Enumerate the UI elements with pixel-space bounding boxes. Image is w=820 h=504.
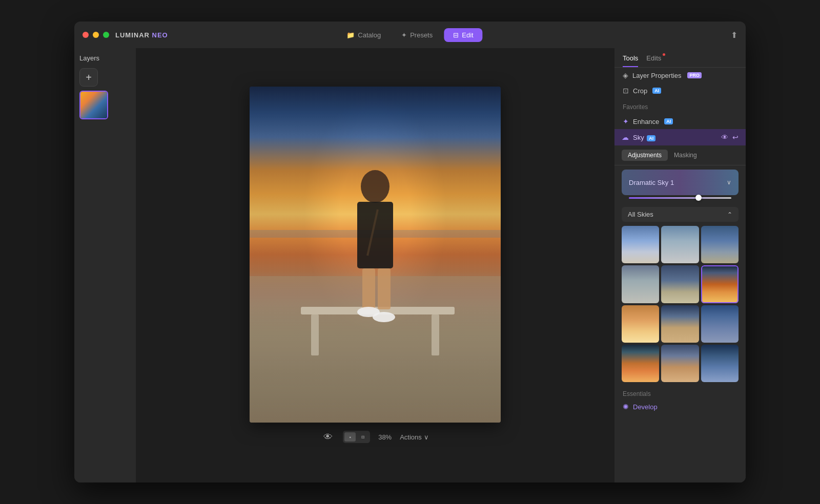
actions-button[interactable]: Actions ∨	[400, 433, 429, 441]
presets-icon: ✦	[401, 31, 407, 39]
sky-slider-thumb[interactable]	[695, 195, 702, 201]
sky-thumb-10[interactable]	[622, 345, 659, 382]
layer-properties-item[interactable]: ◈ Layer Properties PRO	[614, 68, 746, 83]
favorites-label: Favorites	[614, 98, 746, 114]
sky-subtabs: Adjustments Masking	[614, 145, 746, 165]
crop-icon: ⊡	[623, 87, 629, 95]
sky-title: Sky AI	[633, 134, 717, 141]
sky-thumb-6[interactable]	[701, 265, 739, 303]
all-skies-dropdown[interactable]: All Skies ⌃	[622, 207, 739, 222]
maximize-button[interactable]	[103, 32, 109, 38]
svg-rect-4	[432, 314, 439, 355]
sky-header-actions: 👁 ↩	[721, 133, 739, 141]
view-toggle: ▪ ⧈	[343, 431, 370, 443]
titlebar-nav: 📁 Catalog ✦ Presets ⊟ Edit	[337, 28, 482, 42]
split-view-btn[interactable]: ⧈	[357, 432, 368, 442]
panel-tabs: Tools Edits	[614, 48, 746, 68]
sky-ai-badge: AI	[647, 135, 655, 141]
edit-icon: ⊟	[453, 31, 459, 39]
sky-thumb-2[interactable]	[661, 226, 699, 263]
svg-rect-8	[378, 268, 391, 309]
photo-container	[250, 87, 501, 423]
pro-badge: PRO	[687, 72, 702, 78]
layers-panel: Layers +	[74, 48, 136, 482]
sky-grid	[614, 226, 746, 386]
sky-header: ☁ Sky AI 👁 ↩	[614, 129, 746, 145]
layer-properties-icon: ◈	[623, 71, 628, 79]
app-window: LUMINAR NEO 📁 Catalog ✦ Presets ⊟ Edit ⬆…	[74, 22, 746, 482]
single-view-btn[interactable]: ▪	[344, 432, 356, 442]
sky-reset-btn[interactable]: ↩	[732, 133, 739, 141]
photo-canvas	[250, 87, 501, 423]
sky-thumb-12[interactable]	[701, 345, 739, 382]
right-panel: Tools Edits ◈ Layer Properties PRO ⊡ Cro…	[614, 48, 746, 482]
svg-rect-7	[362, 268, 375, 309]
traffic-lights	[83, 32, 109, 38]
crop-item[interactable]: ⊡ Crop AI	[614, 83, 746, 98]
crop-ai-badge: AI	[652, 88, 661, 94]
sky-thumb-9[interactable]	[701, 305, 739, 343]
visibility-toggle[interactable]: 👁	[321, 430, 335, 445]
photo-svg	[250, 87, 501, 423]
layer-thumbnail[interactable]	[79, 91, 108, 119]
sky-preset-name: Dramatic Sky 1	[629, 179, 674, 186]
svg-rect-6	[357, 202, 393, 268]
catalog-tab[interactable]: 📁 Catalog	[337, 28, 390, 42]
masking-subtab[interactable]: Masking	[668, 150, 703, 161]
edits-dot	[663, 53, 665, 56]
sky-thumb-4[interactable]	[622, 265, 659, 303]
catalog-icon: 📁	[346, 31, 355, 39]
titlebar: LUMINAR NEO 📁 Catalog ✦ Presets ⊟ Edit ⬆	[74, 22, 746, 48]
develop-item[interactable]: ✺ Develop	[614, 400, 746, 414]
zoom-selector[interactable]: 38%	[378, 433, 392, 441]
sky-preset-arrow-icon: ∨	[727, 179, 731, 186]
layer-thumb-image	[80, 92, 107, 118]
sky-section: ☁ Sky AI 👁 ↩ Adjustments Masking	[614, 129, 746, 482]
canvas-toolbar: 👁 ▪ ⧈ 38% Actions ∨	[321, 430, 429, 445]
sky-slider-container	[622, 195, 739, 203]
essentials-label: Essentials	[614, 386, 746, 400]
chevron-down-icon: ∨	[424, 433, 429, 441]
sky-thumb-1[interactable]	[622, 226, 659, 263]
sky-icon: ☁	[622, 133, 629, 141]
titlebar-right: ⬆	[731, 30, 737, 40]
svg-point-5	[361, 170, 389, 203]
sky-thumb-5[interactable]	[661, 265, 699, 303]
canvas-area: 👁 ▪ ⧈ 38% Actions ∨	[136, 48, 614, 482]
tools-tab[interactable]: Tools	[623, 54, 638, 67]
svg-rect-3	[311, 314, 319, 355]
sky-visibility-btn[interactable]: 👁	[721, 133, 728, 141]
all-skies-label: All Skies	[628, 211, 653, 218]
edits-tab[interactable]: Edits	[646, 54, 661, 67]
svg-point-10	[373, 312, 395, 322]
share-button[interactable]: ⬆	[731, 31, 737, 39]
develop-icon: ✺	[623, 403, 629, 411]
sky-thumb-11[interactable]	[661, 345, 699, 382]
edit-tab[interactable]: ⊟ Edit	[444, 28, 482, 42]
all-skies-arrow-icon: ⌃	[727, 211, 732, 218]
enhance-icon: ✦	[623, 117, 629, 125]
app-logo: LUMINAR NEO	[115, 31, 168, 39]
main-content: Layers +	[74, 48, 746, 482]
sky-thumb-3[interactable]	[701, 226, 739, 263]
enhance-item[interactable]: ✦ Enhance AI	[614, 114, 746, 129]
close-button[interactable]	[83, 32, 89, 38]
sky-preset-selector[interactable]: Dramatic Sky 1 ∨	[622, 170, 739, 195]
enhance-ai-badge: AI	[664, 118, 673, 124]
sky-thumb-7[interactable]	[622, 305, 659, 343]
sky-slider[interactable]	[629, 197, 731, 199]
sky-preset-dropdown: Dramatic Sky 1 ∨	[622, 170, 739, 203]
presets-tab[interactable]: ✦ Presets	[392, 28, 442, 42]
sky-thumb-8[interactable]	[661, 305, 699, 343]
add-layer-button[interactable]: +	[79, 68, 98, 87]
adjustments-subtab[interactable]: Adjustments	[622, 150, 668, 161]
layers-title: Layers	[79, 54, 131, 62]
minimize-button[interactable]	[93, 32, 99, 38]
